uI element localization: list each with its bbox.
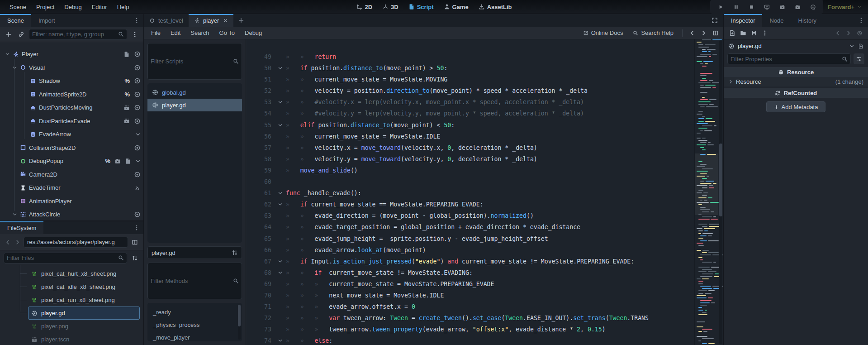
scene-tree-menu-button[interactable]: [130, 29, 140, 39]
menu-editor[interactable]: Editor: [88, 2, 111, 12]
tab-node[interactable]: Node: [762, 14, 791, 27]
movie-maker-button[interactable]: [808, 2, 818, 12]
minimap-viewport[interactable]: [695, 153, 718, 215]
script-item-player.gd[interactable]: player.gd: [147, 99, 242, 111]
code-line-49[interactable]: 49 »»return: [246, 51, 693, 62]
play-remote-button[interactable]: [762, 2, 772, 12]
tab-inspector[interactable]: Inspector: [724, 14, 762, 27]
code-line-50[interactable]: 50 »if position.distance_to(move_point) …: [246, 62, 693, 74]
file-player.tscn[interactable]: player.tscn: [28, 333, 140, 345]
code-line-52[interactable]: 52 »»velocity = position.direction_to(mo…: [246, 85, 693, 96]
file-player.png[interactable]: player.png: [28, 320, 140, 333]
new-resource-button[interactable]: [727, 28, 737, 38]
section-refcounted[interactable]: RefCounted: [724, 88, 868, 98]
code-minimap[interactable]: [694, 39, 718, 345]
script-menu-edit[interactable]: Edit: [166, 28, 185, 38]
property-tune-button[interactable]: [854, 53, 864, 64]
instance-scene-button[interactable]: [16, 29, 26, 39]
filter-properties-input[interactable]: [730, 56, 839, 62]
code-scrollbar[interactable]: [719, 40, 722, 344]
code-line-65[interactable]: 65 »»evade_jump_height = sprite.position…: [246, 233, 693, 244]
fs-split-mode-button[interactable]: [130, 237, 140, 247]
add-node-button[interactable]: [4, 29, 14, 39]
filesystem-dock-menu-button[interactable]: [130, 221, 143, 234]
filter-methods-input[interactable]: [151, 278, 230, 284]
mode-assetlib-button[interactable]: AssetLib: [475, 2, 516, 12]
scene-node-AnimatedSprite2D[interactable]: AnimatedSprite2D %: [0, 88, 143, 101]
inspected-object-row[interactable]: player.gd: [724, 40, 868, 52]
section-resource[interactable]: Resource: [724, 67, 868, 77]
file-pixel_cat_run_x8_sheet.png[interactable]: pixel_cat_run_x8_sheet.png: [28, 293, 140, 307]
method-list-scrollbar[interactable]: [238, 305, 241, 340]
script-history-back-button[interactable]: [687, 28, 697, 38]
menu-debug[interactable]: Debug: [60, 2, 85, 12]
scene-filter-input[interactable]: [32, 31, 115, 38]
scene-node-CollisionShape2D[interactable]: CollisionShape2D: [0, 141, 143, 155]
save-resource-button[interactable]: [749, 28, 759, 38]
script-menu-search[interactable]: Search: [186, 28, 213, 38]
resource-menu-button[interactable]: [760, 28, 770, 38]
stop-button[interactable]: [746, 2, 756, 12]
fs-back-button[interactable]: [4, 239, 12, 245]
code-line-73[interactable]: 73 »»»tween_arrow.tween_property(evade_a…: [246, 324, 693, 335]
code-line-74[interactable]: 74 »»else:: [246, 335, 693, 345]
scene-node-Shadow[interactable]: Shadow %: [0, 74, 143, 88]
search-help-button[interactable]: Search Help: [629, 28, 678, 38]
tab-scene[interactable]: Scene: [0, 14, 31, 27]
scene-node-DustParticlesMoving[interactable]: DustParticlesMoving: [0, 101, 143, 115]
scene-node-Player[interactable]: Player: [0, 48, 143, 61]
scene-node-EvadeArrow[interactable]: EvadeArrow: [0, 128, 143, 141]
mode-game-button[interactable]: Game: [440, 2, 472, 12]
editor-tab-player[interactable]: player: [189, 14, 233, 27]
fs-forward-button[interactable]: [14, 239, 22, 245]
mode-3d-button[interactable]: 3D: [379, 2, 402, 12]
inspector-dock-menu-button[interactable]: [854, 14, 868, 27]
chevron-down-icon[interactable]: [849, 43, 854, 49]
play-scene-button[interactable]: [777, 2, 787, 12]
scene-node-Visual[interactable]: Visual: [0, 61, 143, 75]
play-custom-scene-button[interactable]: [792, 2, 802, 12]
menu-project[interactable]: Project: [32, 2, 58, 12]
code-line-56[interactable]: 56 »»current_move_state = MoveState.IDLE: [246, 131, 693, 142]
code-line-64[interactable]: 64 »»evade_target_position = global_posi…: [246, 221, 693, 233]
inspector-back-button[interactable]: [833, 28, 843, 38]
script-menu-goto[interactable]: Go To: [215, 28, 239, 38]
fs-path-input[interactable]: [27, 239, 124, 245]
method-_move_player[interactable]: _move_player: [147, 331, 242, 341]
code-line-51[interactable]: 51 »»current_move_state = MoveState.MOVI…: [246, 74, 693, 85]
code-line-68[interactable]: 68 »»if current_move_state != MoveState.…: [246, 267, 693, 278]
code-line-66[interactable]: 66 »»evade_arrow.look_at(move_point): [246, 244, 693, 256]
code-line-71[interactable]: 71 »»»evade_arrow.offset.x = 0: [246, 301, 693, 312]
menu-help[interactable]: Help: [113, 2, 133, 12]
mode-2d-button[interactable]: 2D: [352, 2, 376, 12]
code-line-61[interactable]: 61 func _handle_evade():: [246, 187, 693, 199]
code-line-57[interactable]: 57 »»velocity.x = move_toward(velocity.x…: [246, 142, 693, 153]
code-line-60[interactable]: 60: [246, 176, 693, 187]
scene-node-DustParticlesEvade[interactable]: DustParticlesEvade: [0, 115, 143, 128]
toggle-scripts-panel-button[interactable]: [711, 28, 721, 38]
code-line-69[interactable]: 69 »»»current_move_state = MoveState.PRE…: [246, 278, 693, 290]
code-line-62[interactable]: 62 »if current_move_state == MoveState.P…: [246, 199, 693, 210]
method-_ready[interactable]: _ready: [147, 306, 242, 318]
code-line-63[interactable]: 63 »»evade_direction = (move_point - glo…: [246, 210, 693, 221]
filter-scripts-input[interactable]: [151, 58, 230, 65]
mode-script-button[interactable]: Script: [405, 2, 437, 12]
fs-filter-input[interactable]: [7, 254, 115, 261]
file-pixel_cat_idle_x8_sheet.png[interactable]: pixel_cat_idle_x8_sheet.png: [28, 280, 140, 293]
load-resource-button[interactable]: [738, 28, 748, 38]
script-history-forward-button[interactable]: [699, 28, 709, 38]
sort-methods-icon[interactable]: [232, 249, 238, 256]
code-line-54[interactable]: 54 »»#velocity.y = lerp(velocity.y, move…: [246, 108, 693, 119]
new-tab-button[interactable]: [233, 14, 249, 27]
add-metadata-button[interactable]: Add Metadata: [766, 101, 826, 112]
tab-history[interactable]: History: [791, 14, 824, 27]
code-line-55[interactable]: 55 »elif position.distance_to(move_point…: [246, 120, 693, 131]
tab-import[interactable]: Import: [31, 14, 62, 27]
file-player.gd[interactable]: player.gd: [28, 307, 140, 320]
code-line-70[interactable]: 70 »»»next_move_state = MoveState.IDLE: [246, 290, 693, 301]
code-line-72[interactable]: 72 »»»var tween_arrow: Tween = create_tw…: [246, 312, 693, 324]
resource-options-icon[interactable]: [858, 43, 863, 49]
code-line-53[interactable]: 53 »»#velocity.x = lerp(velocity.x, move…: [246, 96, 693, 108]
distraction-free-button[interactable]: [706, 14, 723, 27]
resource-change-row[interactable]: Resource (1 change): [724, 77, 868, 86]
